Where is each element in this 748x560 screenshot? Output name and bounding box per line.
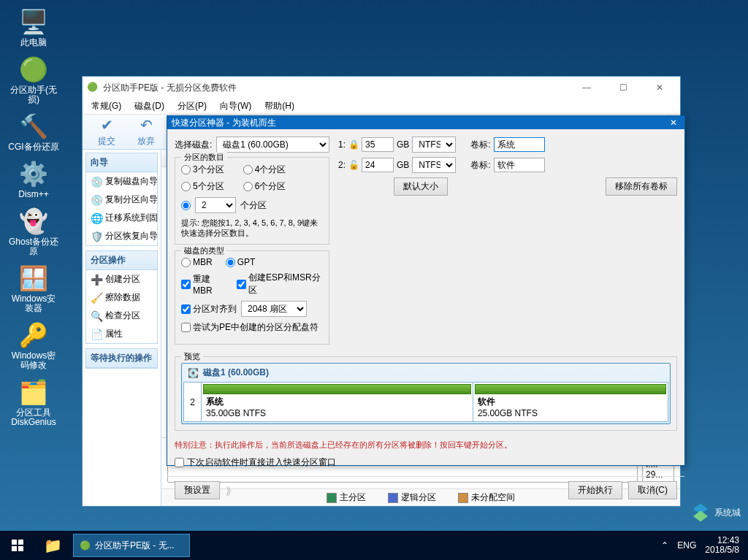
radio-custom[interactable] — [181, 201, 191, 210]
undo-icon: ↶ — [137, 116, 155, 134]
radio-6[interactable]: 6个分区 — [243, 180, 286, 193]
menubar: 常规(G) 磁盘(D) 分区(P) 向导(W) 帮助(H) — [83, 99, 680, 115]
window-title: 分区助手PE版 - 无损分区免费软件 — [103, 82, 566, 94]
partition-label-2[interactable] — [494, 158, 545, 172]
preview-partition-2[interactable]: 软件25.00GB NTFS — [473, 382, 668, 422]
svg-rect-1 — [18, 540, 23, 545]
maximize-button[interactable]: ☐ — [607, 77, 639, 99]
partition-fs-2[interactable]: NTFS — [412, 157, 456, 173]
start-button[interactable] — [0, 531, 35, 560]
radio-5[interactable]: 5个分区 — [181, 180, 224, 193]
taskbar-explorer[interactable]: 📁 — [35, 531, 70, 560]
preview-group: 预览 💽 磁盘1 (60.00GB) 2 系统35.00GB NTFS 软件25… — [175, 356, 677, 431]
menu-general[interactable]: 常规(G) — [85, 99, 127, 114]
menu-disk[interactable]: 磁盘(D) — [129, 99, 170, 114]
partition-label-1[interactable] — [494, 137, 545, 152]
unlock-icon[interactable]: 🔓 — [348, 160, 359, 170]
count-hint: 提示: 您能按1, 2, 3, 4, 5, 6, 7, 8, 9键来快速选择分区… — [181, 218, 323, 238]
migrate-icon: 🌐 — [91, 212, 102, 224]
dialog-titlebar: 快速分区神器 - 为装机而生 ✕ — [167, 116, 684, 129]
cancel-button[interactable]: 取消(C) — [628, 481, 677, 499]
sidebar-wizard-header: 向导 — [86, 153, 157, 172]
partition-row-2: 2: 🔓 GB NTFS 卷标: — [338, 157, 677, 173]
partition-count-group: 分区的数目 3个分区 4个分区 5个分区 6个分区 2 个分区 提示: 您能 — [175, 157, 329, 245]
taskbar-app-icon: 🟢 — [80, 540, 91, 551]
desktop-icon-this-pc[interactable]: 🖥️此电脑 — [6, 6, 61, 49]
checkbox-create-esp[interactable]: 创建ESP和MSR分区 — [237, 272, 323, 296]
partition-size-2[interactable] — [362, 158, 394, 172]
watermark-icon — [690, 502, 711, 523]
start-button[interactable]: 开始执行 — [568, 481, 622, 499]
check-icon: ✔ — [98, 116, 115, 134]
custom-count-select[interactable]: 2 — [195, 197, 236, 213]
disk-type-group: 磁盘的类型 MBR GPT 重建MBR 创建ESP和MSR分区 分区对齐到 20… — [175, 250, 329, 345]
expand-icon[interactable]: ⟫ — [226, 485, 232, 496]
warning-text: 特别注意：执行此操作后，当前所选磁盘上已经存在的所有分区将被删除！按回车键开始分… — [175, 440, 677, 450]
radio-gpt[interactable]: GPT — [226, 257, 256, 267]
preview-disk-header: 💽 磁盘1 (60.00GB) — [182, 364, 670, 382]
sidebar-copy-disk[interactable]: 💿复制磁盘向导 — [86, 172, 157, 191]
preset-button[interactable]: 预设置 — [175, 481, 220, 499]
checkbox-rebuild-mbr[interactable]: 重建MBR — [181, 273, 226, 296]
disk-copy-icon: 💿 — [91, 176, 102, 188]
plus-icon: ➕ — [91, 274, 102, 285]
toolbar-discard[interactable]: ↶放弃 — [128, 116, 164, 147]
check-partition-icon: 🔍 — [91, 310, 102, 322]
minimize-button[interactable]: — — [570, 77, 603, 99]
sidebar-create-partition[interactable]: ➕创建分区 — [86, 270, 157, 288]
taskbar-tray-up-icon[interactable]: ⌃ — [661, 540, 668, 551]
select-disk-label: 选择磁盘: — [175, 139, 212, 151]
remove-labels-button[interactable]: 移除所有卷标 — [606, 177, 677, 196]
properties-icon: 📄 — [91, 329, 102, 340]
sidebar: 向导 💿复制磁盘向导 💿复制分区向导 🌐迁移系统到固 🛡️分区恢复向导 分区操作… — [83, 150, 161, 506]
partition-inputs: 1: 🔒 GB NTFS 卷标: 2: 🔓 GB NTFS — [338, 137, 677, 196]
desktop-icon-windows-password[interactable]: 🔑Windows密码修改 — [6, 319, 61, 372]
taskbar-app-partition-assistant[interactable]: 🟢 分区助手PE版 - 无... — [73, 534, 190, 557]
sidebar-copy-partition[interactable]: 💿复制分区向导 — [86, 191, 157, 209]
radio-mbr[interactable]: MBR — [181, 257, 213, 267]
partition-size-1[interactable] — [362, 137, 394, 152]
desktop-icon-ghost-backup[interactable]: 👻Ghost备份还原 — [6, 205, 61, 258]
disk-select[interactable]: 磁盘1 (60.00GB) — [216, 137, 329, 153]
wipe-icon: 🧹 — [91, 292, 102, 304]
menu-wizard[interactable]: 向导(W) — [214, 99, 257, 114]
taskbar-clock[interactable]: 12:432018/5/8 — [705, 536, 739, 555]
checkbox-try-pe[interactable]: 尝试为PE中创建的分区分配盘符 — [181, 321, 318, 334]
svg-rect-2 — [12, 546, 17, 551]
quick-partition-dialog: 快速分区神器 - 为装机而生 ✕ 选择磁盘: 磁盘1 (60.00GB) 分区的… — [167, 115, 685, 466]
partition-fs-1[interactable]: NTFS — [412, 137, 456, 153]
disk-icon: 💽 — [188, 368, 199, 378]
dialog-title: 快速分区神器 - 为装机而生 — [172, 117, 667, 129]
sidebar-ops-header: 分区操作 — [86, 251, 157, 270]
sidebar-properties[interactable]: 📄属性 — [86, 325, 157, 343]
desktop-icon-dism[interactable]: ⚙️Dism++ — [6, 158, 61, 201]
align-select[interactable]: 2048 扇区 — [241, 301, 307, 317]
lock-icon[interactable]: 🔒 — [348, 139, 359, 150]
dialog-close-button[interactable]: ✕ — [667, 116, 680, 129]
sidebar-wipe-data[interactable]: 🧹擦除数据 — [86, 288, 157, 307]
partition-row-1: 1: 🔒 GB NTFS 卷标: — [338, 137, 677, 153]
titlebar: 🟢 分区助手PE版 - 无损分区免费软件 — ☐ ✕ — [83, 77, 680, 99]
toolbar-commit[interactable]: ✔提交 — [88, 116, 125, 147]
close-button[interactable]: ✕ — [644, 77, 676, 99]
desktop-icon-diskgenius[interactable]: 🗂️分区工具DiskGenius — [6, 376, 61, 429]
radio-3[interactable]: 3个分区 — [181, 164, 224, 176]
default-size-button[interactable]: 默认大小 — [394, 177, 448, 196]
app-icon: 🟢 — [87, 82, 99, 93]
sidebar-migrate-system[interactable]: 🌐迁移系统到固 — [86, 209, 157, 227]
desktop-icon-cgi-backup[interactable]: 🔨CGI备份还原 — [6, 110, 61, 153]
sidebar-partition-recovery[interactable]: 🛡️分区恢复向导 — [86, 227, 157, 245]
menu-help[interactable]: 帮助(H) — [259, 99, 300, 114]
watermark: 系统城 — [690, 502, 741, 523]
taskbar-lang[interactable]: ENG — [677, 540, 696, 551]
desktop-icon-windows-installer[interactable]: 🪟Windows安装器 — [6, 262, 61, 315]
menu-partition[interactable]: 分区(P) — [172, 99, 213, 114]
desktop-icon-partition-assistant[interactable]: 🟢分区助手(无损) — [6, 53, 61, 106]
checkbox-next-time[interactable]: 下次启动软件时直接进入快速分区窗口 — [175, 456, 677, 469]
preview-partition-1[interactable]: 系统35.00GB NTFS — [201, 382, 473, 422]
sidebar-check-partition[interactable]: 🔍检查分区 — [86, 307, 157, 325]
recovery-icon: 🛡️ — [91, 231, 102, 242]
radio-4[interactable]: 4个分区 — [243, 164, 286, 176]
checkbox-align[interactable]: 分区对齐到 — [181, 303, 237, 315]
partition-copy-icon: 💿 — [91, 194, 102, 206]
